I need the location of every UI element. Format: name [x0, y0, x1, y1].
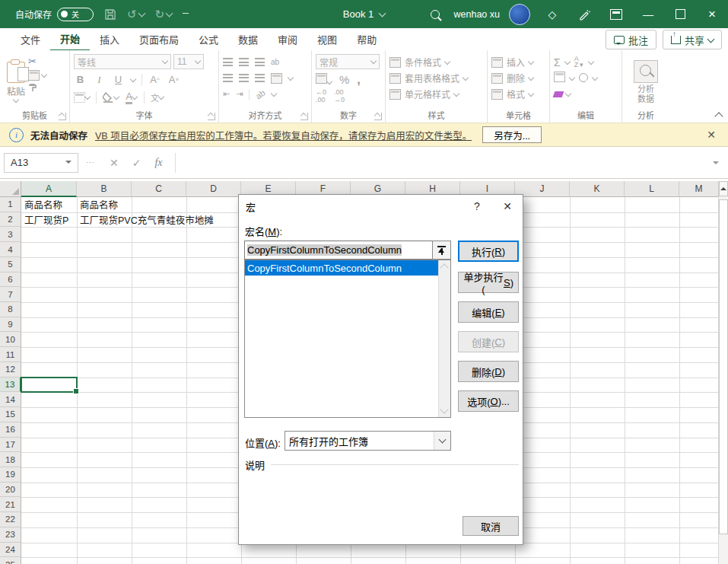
row-header-12[interactable]: 12: [0, 362, 21, 378]
row-header-15[interactable]: 15: [0, 407, 21, 422]
tab-page-layout[interactable]: 页面布局: [129, 28, 189, 50]
maximize-button[interactable]: [664, 0, 696, 28]
insert-cells-button[interactable]: 插入: [491, 54, 545, 70]
sort-filter-button[interactable]: AZ▼: [574, 56, 584, 69]
decrease-decimal-button[interactable]: .00→0: [334, 88, 345, 104]
row-header-6[interactable]: 6: [0, 272, 21, 288]
list-scrollbar[interactable]: [438, 260, 450, 417]
column-header-A[interactable]: A: [21, 181, 77, 197]
formula-bar-expand-icon[interactable]: [713, 161, 719, 167]
format-painter-button[interactable]: [28, 84, 46, 93]
ribbon-display-options-icon[interactable]: [600, 0, 632, 28]
grow-font-button[interactable]: A^: [148, 73, 161, 87]
shrink-font-button[interactable]: A˅: [167, 73, 180, 87]
editor-pen-icon[interactable]: [568, 0, 600, 28]
row-header-7[interactable]: 7: [0, 287, 21, 302]
align-bottom-button[interactable]: [255, 58, 265, 66]
row-header-8[interactable]: 8: [0, 302, 21, 317]
row-header-11[interactable]: 11: [0, 347, 21, 362]
avatar[interactable]: [509, 4, 530, 25]
comma-style-button[interactable]: ,: [357, 73, 360, 87]
fill-color-button[interactable]: [103, 91, 119, 104]
paste-button[interactable]: 粘贴: [4, 54, 28, 110]
tab-review[interactable]: 审阅: [268, 28, 307, 50]
search-icon[interactable]: [419, 0, 451, 28]
row-header-17[interactable]: 17: [0, 438, 21, 453]
underline-button[interactable]: U: [112, 73, 125, 87]
dialog-help-icon[interactable]: ?: [462, 195, 492, 217]
clipboard-dialog-launcher-icon[interactable]: [59, 113, 66, 120]
row-header-21[interactable]: 21: [0, 497, 21, 512]
row-header-16[interactable]: 16: [0, 422, 21, 438]
column-header-D[interactable]: D: [186, 181, 241, 197]
cell-A2[interactable]: 工厂现货P: [21, 212, 77, 228]
row-header-25[interactable]: 25: [0, 557, 21, 564]
delete-button[interactable]: 删除(D): [458, 361, 519, 382]
premium-diamond-icon[interactable]: ◇: [536, 0, 568, 28]
quick-access-customize-icon[interactable]: [183, 13, 189, 15]
align-middle-button[interactable]: [239, 58, 249, 66]
cancel-button[interactable]: 取消: [463, 516, 519, 536]
select-all-corner[interactable]: [0, 181, 21, 197]
bold-button[interactable]: B: [74, 73, 87, 87]
percent-style-button[interactable]: %: [339, 73, 349, 86]
align-right-button[interactable]: [255, 74, 265, 82]
delete-cells-button[interactable]: 删除: [491, 70, 545, 86]
column-header-L[interactable]: L: [625, 181, 679, 197]
enter-entry-icon[interactable]: ✓: [132, 157, 141, 169]
copy-button[interactable]: [28, 70, 46, 81]
number-dialog-launcher-icon[interactable]: [374, 113, 382, 120]
row-header-4[interactable]: 4: [0, 242, 21, 257]
align-left-button[interactable]: [223, 74, 233, 82]
row-header-19[interactable]: 19: [0, 467, 21, 483]
format-cells-button[interactable]: 格式: [491, 86, 545, 102]
cell-B2[interactable]: 工厂现货PVC充气青蛙夜市地摊: [77, 212, 214, 228]
tab-formulas[interactable]: 公式: [189, 28, 228, 50]
increase-indent-button[interactable]: ⇥: [236, 89, 243, 99]
row-header-5[interactable]: 5: [0, 257, 21, 272]
row-header-22[interactable]: 22: [0, 512, 21, 527]
undo-button[interactable]: ↺: [127, 8, 145, 21]
row-header-2[interactable]: 2: [0, 212, 21, 228]
increase-decimal-button[interactable]: ←0.00: [316, 88, 326, 104]
wrap-text-button[interactable]: ab: [271, 58, 279, 66]
tab-data[interactable]: 数据: [228, 28, 268, 50]
accounting-format-button[interactable]: [316, 73, 332, 87]
row-header-10[interactable]: 10: [0, 332, 21, 347]
align-center-button[interactable]: [239, 74, 249, 82]
user-name[interactable]: wenhao xu: [454, 9, 500, 20]
row-header-3[interactable]: 3: [0, 227, 21, 242]
row-header-1[interactable]: 1: [0, 197, 21, 212]
macro-list[interactable]: CopyFirstColumnToSecondColumn: [244, 260, 451, 418]
workbook-title[interactable]: Book 1: [343, 8, 374, 20]
redo-button[interactable]: ↻: [155, 8, 173, 21]
save-as-button[interactable]: 另存为...: [482, 126, 542, 143]
scroll-down-chevron-icon[interactable]: [440, 405, 448, 413]
tab-view[interactable]: 视图: [307, 28, 347, 50]
vertical-scrollbar[interactable]: [718, 181, 728, 564]
name-box[interactable]: A13: [4, 153, 78, 173]
font-size-combobox[interactable]: 11: [173, 54, 204, 69]
phonetic-guide-button[interactable]: 文: [151, 91, 164, 104]
macro-name-input[interactable]: CopyFirstColumnToSecondColumn: [244, 241, 433, 260]
font-color-button[interactable]: A: [125, 91, 138, 104]
cell-B1[interactable]: 商品名称: [77, 197, 132, 212]
insert-function-icon[interactable]: fx: [154, 157, 162, 169]
merge-center-button[interactable]: [271, 73, 282, 84]
close-button[interactable]: ×: [696, 0, 728, 28]
decrease-indent-button[interactable]: ⇤: [223, 89, 230, 99]
row-header-18[interactable]: 18: [0, 452, 21, 467]
fill-handle[interactable]: [73, 388, 79, 394]
italic-button[interactable]: I: [93, 73, 106, 87]
borders-button[interactable]: [74, 91, 90, 104]
align-top-button[interactable]: [223, 58, 233, 66]
autosave-switch-icon[interactable]: 关: [57, 8, 94, 21]
collapse-ribbon-icon[interactable]: [714, 112, 723, 120]
step-into-button[interactable]: 单步执行(S): [458, 272, 519, 293]
format-as-table-button[interactable]: 套用表格格式: [389, 70, 483, 86]
save-icon[interactable]: [104, 8, 116, 21]
cell-A1[interactable]: 商品名称: [21, 197, 77, 212]
message-link[interactable]: VB 项目必须保存在启用宏的工作簿中。若要恢复自动保存，请保存为启用宏的文件类型…: [95, 128, 472, 142]
clear-eraser-icon[interactable]: [553, 91, 564, 97]
formula-bar-grip[interactable]: ⋮: [86, 158, 96, 167]
